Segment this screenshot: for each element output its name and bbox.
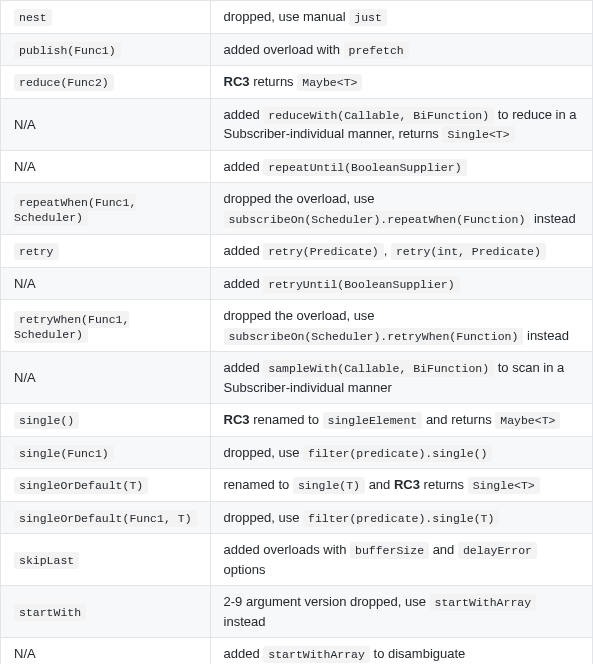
inline-code: retry(int, Predicate) [391,243,546,260]
method-name-code: skipLast [14,552,79,569]
description-cell: added overloads with bufferSize and dela… [210,534,592,586]
inline-code: reduceWith(Callable, BiFunction) [263,107,494,124]
left-cell: reduce(Func2) [1,66,211,99]
table-row: startWith2-9 argument version dropped, u… [1,586,593,638]
method-name-code: retry [14,243,59,260]
inline-code: delayError [458,542,537,559]
table-row: single(Func1)dropped, use filter(predica… [1,436,593,469]
inline-code: filter(predicate).single(T) [303,510,499,527]
left-cell: single() [1,404,211,437]
inline-code: retryUntil(BooleanSupplier) [263,276,459,293]
left-cell: startWith [1,586,211,638]
description-cell: dropped the overload, use subscribeOn(Sc… [210,183,592,235]
na-label: N/A [14,159,36,174]
method-name-code: startWith [14,604,86,621]
inline-code: prefetch [344,42,409,59]
left-cell: N/A [1,267,211,300]
inline-code: startWithArray [263,646,370,663]
description-cell: added sampleWith(Callable, BiFunction) t… [210,352,592,404]
left-cell: N/A [1,150,211,183]
left-cell: singleOrDefault(T) [1,469,211,502]
table-row: singleOrDefault(T)renamed to single(T) a… [1,469,593,502]
left-cell: N/A [1,98,211,150]
method-name-code: singleOrDefault(Func1, T) [14,510,197,527]
na-label: N/A [14,646,36,661]
description-cell: dropped, use filter(predicate).single(T) [210,501,592,534]
left-cell: N/A [1,352,211,404]
inline-code: bufferSize [350,542,429,559]
inline-code: subscribeOn(Scheduler).retryWhen(Functio… [224,328,524,345]
method-name-code: retryWhen(Func1, Scheduler) [14,311,129,343]
inline-code: single(T) [293,477,365,494]
description-cell: added repeatUntil(BooleanSupplier) [210,150,592,183]
description-cell: added retry(Predicate), retry(int, Predi… [210,235,592,268]
table-row: retryWhen(Func1, Scheduler)dropped the o… [1,300,593,352]
left-cell: singleOrDefault(Func1, T) [1,501,211,534]
description-cell: 2-9 argument version dropped, use startW… [210,586,592,638]
description-cell: added reduceWith(Callable, BiFunction) t… [210,98,592,150]
table-row: repeatWhen(Func1, Scheduler)dropped the … [1,183,593,235]
description-cell: dropped, use manual just [210,1,592,34]
table-row: reduce(Func2)RC3 returns Maybe<T> [1,66,593,99]
method-name-code: single() [14,412,79,429]
table-row: N/Aadded startWithArray to disambiguate [1,638,593,665]
inline-code: retry(Predicate) [263,243,383,260]
description-cell: renamed to single(T) and RC3 returns Sin… [210,469,592,502]
table-row: N/Aadded reduceWith(Callable, BiFunction… [1,98,593,150]
description-cell: dropped, use filter(predicate).single() [210,436,592,469]
na-label: N/A [14,276,36,291]
method-name-code: publish(Func1) [14,42,121,59]
inline-code: Maybe<T> [297,74,362,91]
description-cell: dropped the overload, use subscribeOn(Sc… [210,300,592,352]
method-name-code: repeatWhen(Func1, Scheduler) [14,194,136,226]
table-row: skipLastadded overloads with bufferSize … [1,534,593,586]
inline-code: just [349,9,387,26]
table-row: N/Aadded retryUntil(BooleanSupplier) [1,267,593,300]
inline-code: Maybe<T> [495,412,560,429]
table-row: nestdropped, use manual just [1,1,593,34]
inline-code: Single<T> [468,477,540,494]
method-name-code: singleOrDefault(T) [14,477,148,494]
left-cell: retry [1,235,211,268]
table-row: retryadded retry(Predicate), retry(int, … [1,235,593,268]
method-name-code: single(Func1) [14,445,114,462]
table-body: nestdropped, use manual justpublish(Func… [1,1,593,665]
table-row: single()RC3 renamed to singleElement and… [1,404,593,437]
left-cell: skipLast [1,534,211,586]
bold-tag: RC3 [394,477,420,492]
method-name-code: reduce(Func2) [14,74,114,91]
left-cell: repeatWhen(Func1, Scheduler) [1,183,211,235]
inline-code: filter(predicate).single() [303,445,492,462]
description-cell: RC3 returns Maybe<T> [210,66,592,99]
inline-code: singleElement [323,412,423,429]
table-row: singleOrDefault(Func1, T)dropped, use fi… [1,501,593,534]
left-cell: publish(Func1) [1,33,211,66]
inline-code: startWithArray [430,594,537,611]
table-row: N/Aadded sampleWith(Callable, BiFunction… [1,352,593,404]
inline-code: sampleWith(Callable, BiFunction) [263,360,494,377]
table-row: publish(Func1)added overload with prefet… [1,33,593,66]
bold-tag: RC3 [224,412,250,427]
na-label: N/A [14,117,36,132]
method-name-code: nest [14,9,52,26]
na-label: N/A [14,370,36,385]
left-cell: single(Func1) [1,436,211,469]
table-row: N/Aadded repeatUntil(BooleanSupplier) [1,150,593,183]
inline-code: Single<T> [442,126,514,143]
description-cell: added startWithArray to disambiguate [210,638,592,665]
inline-code: subscribeOn(Scheduler).repeatWhen(Functi… [224,211,531,228]
bold-tag: RC3 [224,74,250,89]
description-cell: added retryUntil(BooleanSupplier) [210,267,592,300]
left-cell: nest [1,1,211,34]
left-cell: N/A [1,638,211,665]
left-cell: retryWhen(Func1, Scheduler) [1,300,211,352]
description-cell: added overload with prefetch [210,33,592,66]
api-changes-table: nestdropped, use manual justpublish(Func… [0,0,593,664]
description-cell: RC3 renamed to singleElement and returns… [210,404,592,437]
inline-code: repeatUntil(BooleanSupplier) [263,159,466,176]
